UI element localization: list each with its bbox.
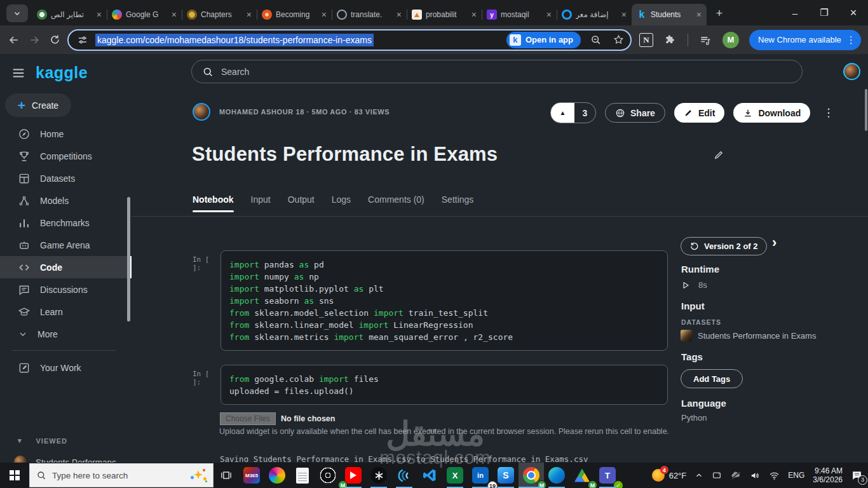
browser-tab-students[interactable]: Students× [632,4,707,25]
sidebar-item-more[interactable]: More [0,323,132,345]
sidebar-item-learn[interactable]: Learn [0,301,132,323]
choose-files-button[interactable]: Choose Files [220,412,276,425]
edit-button[interactable]: Edit [674,103,724,123]
sidebar-item-competitions[interactable]: Competitions [0,145,132,167]
taskbar-app-signal[interactable] [315,463,341,488]
tab-comments-0[interactable]: Comments (0) [368,194,424,212]
sidebar-scrollbar[interactable] [127,197,130,322]
taskbar-search-input[interactable]: Type here to search [29,463,214,487]
browser-tab-translate[interactable]: translate.× [332,4,407,25]
add-tags-button[interactable]: Add Tags [681,369,743,388]
cell-code[interactable]: from google.colab import filesuploaded =… [220,365,668,405]
sidebar-item-home[interactable]: Home [0,123,132,145]
taskbar-app-linkedin[interactable]: in19 [468,463,493,488]
cell-code[interactable]: import pandas as pdimport numpy as npimp… [220,250,668,351]
browser-menu-icon[interactable]: ⋮ [846,34,856,46]
sidebar-item-benchmarks[interactable]: Benchmarks [0,212,132,234]
dataset-item[interactable]: Students Performance in Exams [681,330,816,341]
browser-tab-chapters[interactable]: Chapters× [182,4,257,25]
version-button[interactable]: Version 2 of 2 [681,237,767,255]
wifi-icon[interactable] [769,470,780,481]
taskbar-app-excel[interactable]: X [442,463,468,488]
browser-tab-probabilit[interactable]: probabilit× [407,4,482,25]
open-in-app-button[interactable]: k Open in app [506,32,581,48]
sidebar-item-discussions[interactable]: Discussions [0,278,132,301]
tab-output[interactable]: Output [288,194,315,212]
taskbar-app-vscode[interactable] [417,463,442,488]
tab-close-icon[interactable]: × [322,10,327,20]
hamburger-menu-icon[interactable] [11,66,25,80]
input-language[interactable]: ENG [788,471,804,480]
browser-tab-item[interactable]: إضافة معر× [557,4,632,25]
browser-tab-mostaqil[interactable]: mostaqil× [482,4,557,25]
tab-input[interactable]: Input [251,194,271,212]
new-chrome-button[interactable]: New Chrome available ⋮ [749,30,861,50]
code-cell[interactable]: In [ ]:import pandas as pdimport numpy a… [193,250,668,351]
volume-icon[interactable] [750,470,761,481]
title-edit-icon[interactable] [713,149,724,161]
sidebar-item-code[interactable]: Code [0,256,132,278]
taskbar-app-drive[interactable]: M [569,463,595,488]
tab-search-button[interactable] [6,4,28,22]
page-scrollbar[interactable] [865,89,867,131]
taskbar-app-wave[interactable] [391,463,417,488]
tab-close-icon[interactable]: × [471,10,477,20]
taskbar-app-chatgpt[interactable] [366,463,391,488]
zoom-icon[interactable] [587,34,604,46]
url-text[interactable]: kaggle.com/code/mohamedashour18/students… [95,34,374,46]
share-button[interactable]: Share [605,103,665,123]
tab-close-icon[interactable]: × [247,10,252,20]
sidebar-item-your-work[interactable]: Your Work [0,356,132,379]
bookmark-star-icon[interactable] [610,34,627,46]
version-expand-icon[interactable]: › [772,234,776,251]
notification-center-icon[interactable]: 3 [851,470,863,482]
create-button[interactable]: + Create [5,93,71,117]
download-button[interactable]: Download [733,103,810,123]
tab-close-icon[interactable]: × [696,10,702,20]
viewed-section-header[interactable]: ▾ VIEWED [18,437,67,445]
taskbar-app-copilot[interactable] [264,463,290,488]
sidebar-item-models[interactable]: Models [0,189,132,212]
browser-tab-becoming[interactable]: Becoming× [257,4,332,25]
tab-close-icon[interactable]: × [397,10,402,20]
author-meta[interactable]: MOHAMED ASHOUR 18 · 5MO AGO · 83 VIEWS [219,108,390,116]
author-avatar[interactable] [193,103,210,121]
taskbar-app-edge[interactable] [544,463,569,488]
sidebar-item-datasets[interactable]: Datasets [0,167,132,189]
user-avatar[interactable] [843,63,860,80]
upvote-icon[interactable]: ▲ [551,103,574,123]
copilot-sparkle-icon[interactable] [190,468,207,482]
restore-button[interactable]: ❐ [810,7,839,18]
tray-expand-icon[interactable] [695,471,703,480]
tab-close-icon[interactable]: × [621,10,627,20]
code-cell[interactable]: In [ ]:from google.colab import filesupl… [193,365,668,405]
tab-logs[interactable]: Logs [332,194,351,212]
taskbar-app-chrome[interactable]: M [519,463,544,488]
tab-settings[interactable]: Settings [442,194,474,212]
start-button[interactable] [0,463,29,488]
viewed-item-students-performanc[interactable]: Students Performanc... [0,452,132,463]
play-icon[interactable] [681,281,690,290]
weather-widget[interactable]: 4 62°F [652,469,687,482]
clock-widget[interactable]: 9:46 AM 3/6/2026 [813,466,843,484]
taskbar-app-teams[interactable]: T✓ [595,463,620,488]
address-bar[interactable]: kaggle.com/code/mohamedashour18/students… [67,29,632,51]
upvote-control[interactable]: ▲ 3 [550,102,596,123]
browser-tab-google-g[interactable]: Google G× [107,4,182,25]
more-options-icon[interactable]: ⋮ [823,106,834,119]
onedrive-paused-icon[interactable] [730,470,742,481]
tab-close-icon[interactable]: × [546,10,552,20]
tab-close-icon[interactable]: × [97,10,102,20]
taskbar-app-youtube[interactable]: M [341,463,366,488]
taskbar-app-blueapp[interactable]: S [493,463,519,488]
taskbar-app-notepad[interactable] [290,463,315,488]
close-button[interactable]: × [839,6,868,20]
reload-button[interactable] [44,34,65,46]
notion-extension-icon[interactable]: N [639,33,653,47]
kaggle-logo[interactable]: kaggle [36,64,88,82]
minimize-button[interactable]: – [780,8,810,18]
profile-avatar[interactable]: M [722,32,739,48]
forward-button[interactable] [24,34,44,46]
device-icon[interactable] [712,470,722,480]
taskbar-app-m365[interactable]: M365 [239,463,264,488]
